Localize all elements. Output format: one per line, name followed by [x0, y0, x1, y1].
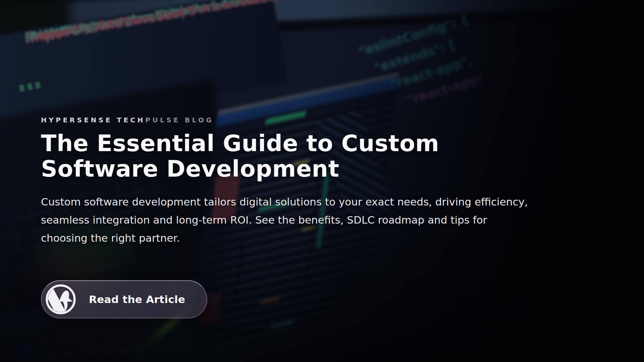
- background-corner-glow: [564, 305, 644, 362]
- background-blue-chip: [17, 345, 33, 360]
- read-article-button-label: Read the Article: [89, 293, 185, 305]
- hero-description: Custom software development tailors digi…: [41, 193, 531, 247]
- page-title: The Essential Guide to Custom Software D…: [41, 131, 464, 182]
- eyebrow-label: HYPERSENSE TECHPULSE BLOG: [41, 116, 544, 124]
- blog-hero-section: import "./index.css"; import { ReactComp…: [0, 0, 644, 362]
- hypersense-logo-icon: [45, 284, 76, 315]
- read-article-button[interactable]: Read the Article: [41, 280, 207, 318]
- hero-content: HYPERSENSE TECHPULSE BLOG The Essential …: [41, 116, 544, 318]
- eyebrow-suffix-text: PULSE BLOG: [145, 116, 214, 124]
- eyebrow-brand-text: HYPERSENSE TECH: [41, 116, 145, 124]
